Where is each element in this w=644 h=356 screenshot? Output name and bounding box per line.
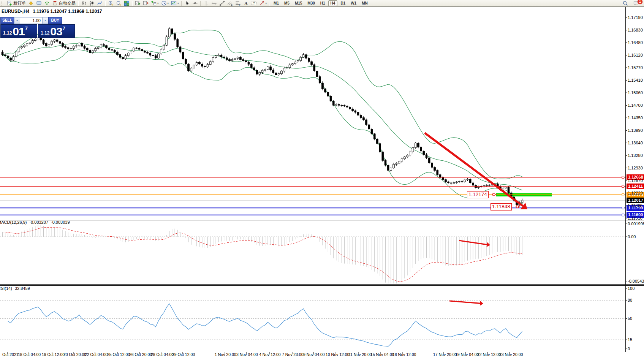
rsi-pane — [0, 301, 625, 347]
sell-price-main: 01 — [13, 25, 24, 37]
trend-arrow-head-rsi — [480, 301, 483, 306]
timeframe-h4-button[interactable]: H4 — [328, 0, 338, 6]
line-icon — [97, 0, 103, 6]
timeframe-w1-button[interactable]: W1 — [348, 0, 359, 6]
bollinger-middle-band — [3, 44, 522, 190]
hline-handle[interactable] — [622, 214, 624, 216]
svg-text:T: T — [253, 2, 255, 5]
periods-button[interactable]: ▾ — [160, 0, 170, 6]
zoom-out-button[interactable] — [115, 0, 122, 6]
sell-price-prefix: 1.12 — [3, 30, 12, 36]
one-click-prices-row: 1.12 01 7 1.12 03 7 — [0, 24, 76, 38]
price-callout-1.12174[interactable]: 1.12174 — [467, 191, 489, 198]
main-pane — [3, 30, 552, 204]
auto-scroll-button[interactable] — [134, 0, 141, 6]
chevron-down-icon: ▾ — [168, 2, 169, 5]
crosshair-button[interactable] — [191, 0, 199, 6]
bar-chart-mode-button[interactable] — [80, 0, 87, 6]
volume-input[interactable] — [20, 17, 42, 24]
vertical-line-button[interactable] — [203, 0, 210, 6]
tiles-icon — [124, 0, 130, 6]
hline-handle[interactable] — [622, 185, 624, 188]
svg-text:F: F — [239, 3, 241, 6]
notification-badge: 1 — [638, 0, 642, 4]
notifications-button[interactable]: 1 — [633, 0, 640, 6]
candle-chart-mode-button[interactable] — [88, 0, 95, 6]
equidistant-channel-button[interactable]: E — [226, 0, 234, 6]
buy-price-main: 03 — [50, 25, 62, 37]
buy-button[interactable]: BUY — [48, 17, 62, 24]
bars-icon — [81, 0, 87, 6]
hline-handle[interactable] — [622, 176, 624, 179]
signals-button[interactable] — [43, 0, 51, 6]
plus-chart-icon — [151, 0, 157, 6]
new-order-button[interactable]: 新订单 — [6, 0, 27, 6]
clock-icon — [161, 0, 167, 6]
zoom-in-button[interactable] — [107, 0, 114, 6]
vline-icon — [203, 0, 209, 6]
main-toolbar: 新订单自动交易▾▾▾EFAT▾M1M5M15M30H1H4D1W1MN1 — [0, 0, 644, 7]
search-button[interactable] — [622, 0, 629, 6]
autotrading-button[interactable]: 自动交易 — [51, 0, 76, 6]
trendline-button[interactable] — [218, 0, 226, 6]
price-callout-1.11848[interactable]: 1.11848 — [491, 203, 512, 210]
trend-icon — [219, 0, 225, 6]
toolbar-separator — [269, 1, 270, 6]
sell-price-display[interactable]: 1.12 01 7 — [0, 24, 37, 38]
text-button[interactable]: A — [242, 0, 250, 6]
timeframe-m15-button[interactable]: M15 — [293, 0, 304, 6]
chevron-down-icon: ▾ — [266, 2, 267, 5]
crosshair-icon — [192, 0, 198, 6]
buy-price-prefix: 1.12 — [41, 30, 49, 36]
autotrading-label: 自动交易 — [59, 0, 76, 6]
timeframe-m30-button[interactable]: M30 — [305, 0, 317, 6]
timeframe-mn-button[interactable]: MN — [359, 0, 370, 6]
toolbar-separator — [181, 1, 182, 6]
toolbar-grip — [2, 1, 4, 6]
buy-price-pip: 7 — [63, 25, 65, 31]
cursor-button[interactable] — [184, 0, 191, 6]
fibonacci-button[interactable]: F — [234, 0, 242, 6]
buy-price-display[interactable]: 1.12 03 7 — [38, 24, 75, 38]
trend-arrow-rsi[interactable] — [449, 301, 480, 303]
toolbar-separator — [200, 1, 201, 6]
svg-text:E: E — [231, 3, 232, 6]
toolbar-right-section: 1 — [621, 0, 643, 6]
template-icon — [171, 0, 177, 6]
timeframe-d1-button[interactable]: D1 — [338, 0, 348, 6]
line-chart-mode-button[interactable] — [96, 0, 103, 6]
volume-decrease-button[interactable]: ▼ — [14, 17, 20, 24]
market-watch-button[interactable] — [35, 0, 43, 6]
signal-icon — [44, 0, 50, 6]
svg-text:A: A — [244, 1, 248, 6]
timeframe-m5-button[interactable]: M5 — [282, 0, 292, 6]
search-icon — [622, 0, 628, 6]
indicators-button[interactable]: ▾ — [150, 0, 160, 6]
hline-handle[interactable] — [622, 194, 624, 196]
volume-increase-button[interactable]: ▲ — [42, 17, 48, 24]
toolbar-separator — [78, 1, 79, 6]
templates-button[interactable]: ▾ — [170, 0, 180, 6]
chevron-down-icon: ▾ — [157, 2, 159, 5]
callout-anchor[interactable] — [493, 193, 495, 196]
chart-canvas — [0, 0, 644, 356]
sell-button[interactable]: SELL — [0, 17, 14, 24]
tile-windows-button[interactable] — [123, 0, 130, 6]
macd-signal-line — [3, 228, 522, 282]
horizontal-line-button[interactable] — [210, 0, 218, 6]
fibo-icon: F — [235, 0, 241, 6]
doc-plus-icon — [6, 0, 12, 6]
rsi-line — [8, 304, 522, 346]
chart-shift-icon — [143, 0, 149, 6]
callout-anchor[interactable] — [516, 206, 519, 208]
chart-shift-button[interactable] — [142, 0, 149, 6]
sell-price-pip: 7 — [25, 25, 28, 31]
chevron-down-icon: ▾ — [177, 2, 179, 5]
timeframe-h1-button[interactable]: H1 — [318, 0, 328, 6]
text-label-button[interactable]: T — [250, 0, 258, 6]
hline-handle[interactable] — [622, 207, 624, 209]
arrows-tool-button[interactable]: ▾ — [258, 0, 268, 6]
favorites-button[interactable] — [27, 0, 35, 6]
timeframe-m1-button[interactable]: M1 — [271, 0, 281, 6]
text-a-icon: A — [243, 0, 249, 6]
